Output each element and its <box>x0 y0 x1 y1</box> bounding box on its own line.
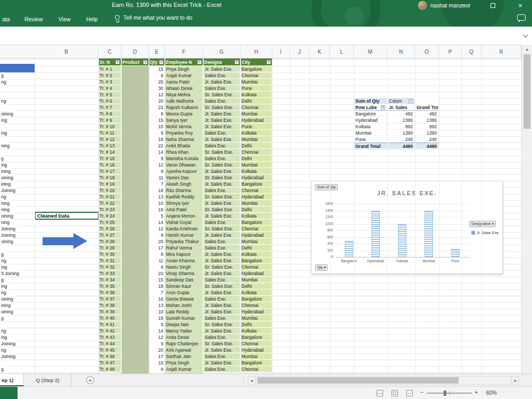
cell[interactable]: Delhi <box>240 98 272 104</box>
cell[interactable]: Tr. # 14 <box>98 149 121 155</box>
ribbon-tab-review[interactable]: Review <box>22 13 45 26</box>
cell[interactable]: Tr. # 22 <box>98 200 121 206</box>
cell[interactable]: Jr. Sales Exe. <box>203 251 240 257</box>
bar-chart[interactable]: Sum of Qty JR. SALES EXE. Designation▾ J… <box>311 181 503 274</box>
pivot-row-label[interactable]: Mumbai <box>354 130 387 136</box>
cell[interactable]: Tr. # 4 <box>98 85 121 92</box>
pivot-grand-total-label[interactable]: Grand Total <box>354 143 387 149</box>
cell[interactable]: Mumbai <box>240 79 272 85</box>
cleaned-data-cell[interactable]: Cleaned Data <box>35 212 99 220</box>
column-header-H[interactable]: H <box>240 45 272 59</box>
cell[interactable]: Jr. Sales Exe. <box>203 257 240 264</box>
cell[interactable]: Hyderabad <box>240 117 272 123</box>
pivot-value[interactable]: 1386 <box>415 117 439 123</box>
worksheet[interactable]: Sr. N▾Product▾Qty▾Employee N▾Designa▾Cit… <box>0 59 521 373</box>
cell[interactable]: Sales Exe. <box>203 277 240 283</box>
comments-icon[interactable] <box>517 14 526 21</box>
cell[interactable]: Jr. Sales Exe. <box>203 347 240 353</box>
scroll-left-arrow[interactable]: ◄ <box>248 376 255 385</box>
cell[interactable]: Tr. # 46 <box>98 353 121 360</box>
pivot-value[interactable]: 1390 <box>415 130 439 136</box>
cell[interactable]: Mumbai <box>240 111 272 117</box>
cell[interactable]: Sr. Sales Exe. <box>203 162 240 168</box>
cell[interactable]: Pune <box>240 123 272 130</box>
cell[interactable]: Sales Exe. <box>203 85 240 92</box>
cell[interactable]: Chennai <box>240 302 272 309</box>
column-header-L[interactable]: L <box>330 45 354 59</box>
cell[interactable]: Sales Exe. <box>203 155 240 162</box>
ribbon-tab-help[interactable]: Help <box>84 13 100 26</box>
cell[interactable]: Delhi <box>240 245 272 251</box>
column-header-M[interactable]: M <box>354 45 387 59</box>
cell[interactable]: Sales Exe. <box>203 143 240 149</box>
cell[interactable]: Hyderabad <box>240 194 272 200</box>
cell[interactable]: Tr. # 38 <box>98 302 121 309</box>
cell[interactable]: Jr. Sales Exe. <box>203 168 240 174</box>
cell[interactable]: Mumbai <box>240 238 272 245</box>
column-header-C[interactable]: C <box>98 45 121 59</box>
cell[interactable]: Tr. # 19 <box>98 181 121 187</box>
cell[interactable]: Chennai <box>240 226 272 232</box>
cell[interactable]: Sr. Sales Exe. <box>203 194 240 200</box>
cell[interactable]: Tr. # 39 <box>98 309 121 315</box>
horizontal-scrollbar-thumb[interactable] <box>257 377 459 384</box>
pivot-column-labels[interactable]: Colum▾ <box>387 98 415 104</box>
column-header-K[interactable]: K <box>310 45 330 59</box>
cell[interactable]: Bangalore <box>240 296 272 302</box>
cell[interactable]: Tr. # 1 <box>98 66 121 72</box>
cell[interactable]: Tr. # 27 <box>98 232 121 238</box>
bar-hyderabad[interactable] <box>371 211 380 257</box>
bar-pune[interactable] <box>451 249 460 257</box>
pivot-value[interactable]: 240 <box>387 136 415 143</box>
column-header-B[interactable]: B <box>35 45 98 59</box>
pivot-value[interactable]: 482 <box>387 111 415 117</box>
cell[interactable]: Tr. # 31 <box>98 257 121 264</box>
bar-mumbai[interactable] <box>425 211 433 257</box>
cell[interactable]: Sales Exe. <box>203 238 240 245</box>
cell[interactable]: Sales Exe. <box>203 98 240 104</box>
cell[interactable]: Tr. # 17 <box>98 168 121 174</box>
cell[interactable]: Tr. # 48 <box>98 366 121 372</box>
filter-icon[interactable]: ▾ <box>143 60 147 64</box>
cell[interactable]: Tr. # 37 <box>98 296 121 302</box>
cell[interactable]: Kolkata <box>240 328 272 334</box>
cell[interactable]: Tr. # 2 <box>98 72 121 79</box>
cell[interactable]: Sales Exe. <box>203 130 240 136</box>
pivot-row-labels[interactable]: Row Labe▾ <box>354 104 387 111</box>
cell[interactable]: Chennai <box>240 264 272 270</box>
cell[interactable]: Jr. Sales Exe. <box>203 181 240 187</box>
cell[interactable]: Delhi <box>240 206 272 213</box>
cell[interactable]: Kolkata <box>240 251 272 257</box>
cell[interactable]: Sales Exe. <box>203 245 240 251</box>
cell[interactable]: Tr. # 36 <box>98 289 121 296</box>
cell[interactable]: Jr. Sales Exe. <box>203 232 240 238</box>
cell[interactable]: Tr. # 29 <box>98 245 121 251</box>
pivot-cell[interactable] <box>415 98 439 104</box>
cell[interactable]: Jr. Sales Exe. <box>203 136 240 143</box>
cell[interactable]: Tr. # 44 <box>98 340 121 347</box>
cell[interactable]: Sales Exe. <box>203 366 240 372</box>
cell[interactable]: Hyderabad <box>240 174 272 181</box>
cell[interactable]: Mumbai <box>240 162 272 168</box>
sheet-tab-1[interactable]: ep 1) <box>0 374 24 386</box>
cell[interactable]: Bangalore <box>240 181 272 187</box>
chart-value-field-button[interactable]: Sum of Qty <box>315 184 338 190</box>
column-header-P[interactable]: P <box>439 45 462 59</box>
cell[interactable]: Tr. # 13 <box>98 143 121 149</box>
cell[interactable]: Jr. Sales Exe. <box>203 79 240 85</box>
new-sheet-button[interactable]: + <box>86 376 94 384</box>
cell[interactable]: Jr. Sales Exe. <box>203 213 240 219</box>
column-header-Q[interactable]: Q <box>462 45 481 59</box>
cell[interactable]: Tr. # 25 <box>98 219 121 226</box>
column-header-G[interactable]: G <box>203 45 240 59</box>
cell[interactable]: Tr. # 45 <box>98 347 121 353</box>
cell[interactable]: Chennai <box>240 187 272 194</box>
pivot-row-label[interactable]: Bangalore <box>354 111 387 117</box>
cell[interactable]: Tr. # 28 <box>98 238 121 245</box>
cell[interactable]: Kolkata <box>240 130 272 136</box>
pivot-value[interactable]: 1386 <box>387 117 415 123</box>
cell[interactable]: Hyderabad <box>240 347 272 353</box>
normal-view-icon[interactable] <box>377 390 383 396</box>
scroll-up-arrow[interactable]: ▲ <box>522 45 532 53</box>
cell[interactable]: Hyderabad <box>240 309 272 315</box>
